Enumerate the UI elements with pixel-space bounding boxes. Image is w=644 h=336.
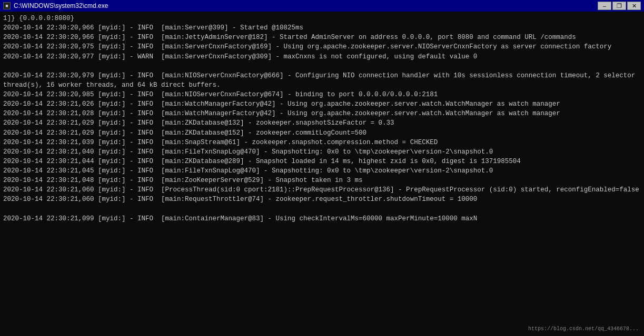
watermark: https://blog.csdn.net/qq_4346678... [528, 326, 639, 332]
cmd-icon: ■ [3, 2, 11, 9]
title-bar: ■ C:\WINDOWS\system32\cmd.exe – ❐ ✕ [0, 0, 644, 12]
title-bar-buttons: – ❐ ✕ [598, 2, 641, 10]
console-output: 1]} {0.0.0.0:8080} 2020-10-14 22:30:20,9… [0, 12, 644, 336]
title-bar-left: ■ C:\WINDOWS\system32\cmd.exe [3, 2, 108, 9]
minimize-button[interactable]: – [598, 2, 611, 10]
close-button[interactable]: ✕ [627, 2, 641, 10]
window: ■ C:\WINDOWS\system32\cmd.exe – ❐ ✕ 1]} … [0, 0, 644, 336]
window-title: C:\WINDOWS\system32\cmd.exe [14, 2, 108, 9]
restore-button[interactable]: ❐ [612, 2, 626, 10]
